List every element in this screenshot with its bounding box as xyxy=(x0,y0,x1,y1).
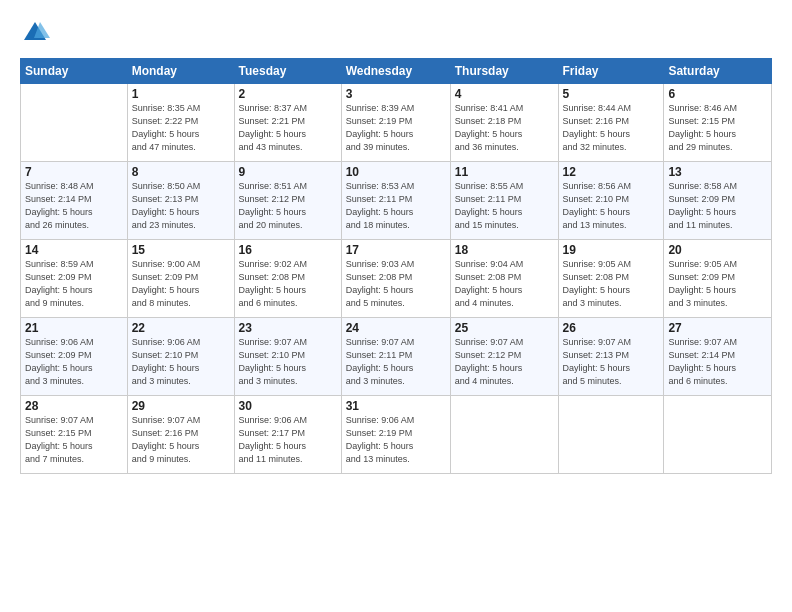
day-number: 17 xyxy=(346,243,446,257)
day-number: 25 xyxy=(455,321,554,335)
day-cell: 11Sunrise: 8:55 AM Sunset: 2:11 PM Dayli… xyxy=(450,162,558,240)
day-cell: 17Sunrise: 9:03 AM Sunset: 2:08 PM Dayli… xyxy=(341,240,450,318)
day-cell: 31Sunrise: 9:06 AM Sunset: 2:19 PM Dayli… xyxy=(341,396,450,474)
day-cell: 10Sunrise: 8:53 AM Sunset: 2:11 PM Dayli… xyxy=(341,162,450,240)
day-number: 8 xyxy=(132,165,230,179)
day-number: 31 xyxy=(346,399,446,413)
col-header-tuesday: Tuesday xyxy=(234,59,341,84)
day-number: 16 xyxy=(239,243,337,257)
calendar-header-row: SundayMondayTuesdayWednesdayThursdayFrid… xyxy=(21,59,772,84)
day-info: Sunrise: 8:46 AM Sunset: 2:15 PM Dayligh… xyxy=(668,102,767,154)
day-info: Sunrise: 8:55 AM Sunset: 2:11 PM Dayligh… xyxy=(455,180,554,232)
day-cell: 6Sunrise: 8:46 AM Sunset: 2:15 PM Daylig… xyxy=(664,84,772,162)
col-header-thursday: Thursday xyxy=(450,59,558,84)
day-info: Sunrise: 8:37 AM Sunset: 2:21 PM Dayligh… xyxy=(239,102,337,154)
day-number: 13 xyxy=(668,165,767,179)
day-number: 5 xyxy=(563,87,660,101)
day-number: 28 xyxy=(25,399,123,413)
day-info: Sunrise: 9:07 AM Sunset: 2:16 PM Dayligh… xyxy=(132,414,230,466)
day-number: 29 xyxy=(132,399,230,413)
day-cell: 18Sunrise: 9:04 AM Sunset: 2:08 PM Dayli… xyxy=(450,240,558,318)
day-cell xyxy=(664,396,772,474)
day-cell: 5Sunrise: 8:44 AM Sunset: 2:16 PM Daylig… xyxy=(558,84,664,162)
day-info: Sunrise: 8:56 AM Sunset: 2:10 PM Dayligh… xyxy=(563,180,660,232)
day-number: 3 xyxy=(346,87,446,101)
day-info: Sunrise: 8:53 AM Sunset: 2:11 PM Dayligh… xyxy=(346,180,446,232)
day-cell: 19Sunrise: 9:05 AM Sunset: 2:08 PM Dayli… xyxy=(558,240,664,318)
day-cell: 12Sunrise: 8:56 AM Sunset: 2:10 PM Dayli… xyxy=(558,162,664,240)
day-info: Sunrise: 9:07 AM Sunset: 2:15 PM Dayligh… xyxy=(25,414,123,466)
day-info: Sunrise: 9:05 AM Sunset: 2:09 PM Dayligh… xyxy=(668,258,767,310)
day-cell: 13Sunrise: 8:58 AM Sunset: 2:09 PM Dayli… xyxy=(664,162,772,240)
day-info: Sunrise: 9:02 AM Sunset: 2:08 PM Dayligh… xyxy=(239,258,337,310)
day-number: 4 xyxy=(455,87,554,101)
week-row-3: 14Sunrise: 8:59 AM Sunset: 2:09 PM Dayli… xyxy=(21,240,772,318)
day-info: Sunrise: 9:07 AM Sunset: 2:13 PM Dayligh… xyxy=(563,336,660,388)
day-cell: 25Sunrise: 9:07 AM Sunset: 2:12 PM Dayli… xyxy=(450,318,558,396)
day-cell: 30Sunrise: 9:06 AM Sunset: 2:17 PM Dayli… xyxy=(234,396,341,474)
day-cell: 21Sunrise: 9:06 AM Sunset: 2:09 PM Dayli… xyxy=(21,318,128,396)
day-cell: 22Sunrise: 9:06 AM Sunset: 2:10 PM Dayli… xyxy=(127,318,234,396)
day-number: 27 xyxy=(668,321,767,335)
logo-icon xyxy=(20,18,50,48)
day-cell: 29Sunrise: 9:07 AM Sunset: 2:16 PM Dayli… xyxy=(127,396,234,474)
day-cell: 15Sunrise: 9:00 AM Sunset: 2:09 PM Dayli… xyxy=(127,240,234,318)
day-number: 2 xyxy=(239,87,337,101)
day-info: Sunrise: 8:41 AM Sunset: 2:18 PM Dayligh… xyxy=(455,102,554,154)
day-cell: 16Sunrise: 9:02 AM Sunset: 2:08 PM Dayli… xyxy=(234,240,341,318)
day-info: Sunrise: 9:06 AM Sunset: 2:19 PM Dayligh… xyxy=(346,414,446,466)
day-cell: 9Sunrise: 8:51 AM Sunset: 2:12 PM Daylig… xyxy=(234,162,341,240)
day-cell: 2Sunrise: 8:37 AM Sunset: 2:21 PM Daylig… xyxy=(234,84,341,162)
day-info: Sunrise: 8:44 AM Sunset: 2:16 PM Dayligh… xyxy=(563,102,660,154)
day-info: Sunrise: 8:39 AM Sunset: 2:19 PM Dayligh… xyxy=(346,102,446,154)
calendar-table: SundayMondayTuesdayWednesdayThursdayFrid… xyxy=(20,58,772,474)
day-info: Sunrise: 9:07 AM Sunset: 2:12 PM Dayligh… xyxy=(455,336,554,388)
day-cell: 7Sunrise: 8:48 AM Sunset: 2:14 PM Daylig… xyxy=(21,162,128,240)
col-header-saturday: Saturday xyxy=(664,59,772,84)
day-cell: 28Sunrise: 9:07 AM Sunset: 2:15 PM Dayli… xyxy=(21,396,128,474)
day-cell: 3Sunrise: 8:39 AM Sunset: 2:19 PM Daylig… xyxy=(341,84,450,162)
day-cell xyxy=(450,396,558,474)
col-header-wednesday: Wednesday xyxy=(341,59,450,84)
day-info: Sunrise: 9:05 AM Sunset: 2:08 PM Dayligh… xyxy=(563,258,660,310)
day-cell: 24Sunrise: 9:07 AM Sunset: 2:11 PM Dayli… xyxy=(341,318,450,396)
day-cell: 1Sunrise: 8:35 AM Sunset: 2:22 PM Daylig… xyxy=(127,84,234,162)
day-info: Sunrise: 9:03 AM Sunset: 2:08 PM Dayligh… xyxy=(346,258,446,310)
day-info: Sunrise: 8:35 AM Sunset: 2:22 PM Dayligh… xyxy=(132,102,230,154)
day-number: 26 xyxy=(563,321,660,335)
day-cell xyxy=(21,84,128,162)
day-number: 1 xyxy=(132,87,230,101)
col-header-sunday: Sunday xyxy=(21,59,128,84)
day-info: Sunrise: 9:07 AM Sunset: 2:14 PM Dayligh… xyxy=(668,336,767,388)
day-cell: 20Sunrise: 9:05 AM Sunset: 2:09 PM Dayli… xyxy=(664,240,772,318)
day-number: 11 xyxy=(455,165,554,179)
col-header-monday: Monday xyxy=(127,59,234,84)
day-number: 6 xyxy=(668,87,767,101)
week-row-4: 21Sunrise: 9:06 AM Sunset: 2:09 PM Dayli… xyxy=(21,318,772,396)
day-number: 12 xyxy=(563,165,660,179)
day-number: 24 xyxy=(346,321,446,335)
day-number: 7 xyxy=(25,165,123,179)
day-cell: 23Sunrise: 9:07 AM Sunset: 2:10 PM Dayli… xyxy=(234,318,341,396)
day-info: Sunrise: 9:06 AM Sunset: 2:10 PM Dayligh… xyxy=(132,336,230,388)
day-number: 20 xyxy=(668,243,767,257)
week-row-1: 1Sunrise: 8:35 AM Sunset: 2:22 PM Daylig… xyxy=(21,84,772,162)
day-number: 10 xyxy=(346,165,446,179)
day-cell: 26Sunrise: 9:07 AM Sunset: 2:13 PM Dayli… xyxy=(558,318,664,396)
day-info: Sunrise: 9:07 AM Sunset: 2:11 PM Dayligh… xyxy=(346,336,446,388)
day-cell: 14Sunrise: 8:59 AM Sunset: 2:09 PM Dayli… xyxy=(21,240,128,318)
day-info: Sunrise: 9:07 AM Sunset: 2:10 PM Dayligh… xyxy=(239,336,337,388)
day-number: 9 xyxy=(239,165,337,179)
day-number: 21 xyxy=(25,321,123,335)
day-info: Sunrise: 9:04 AM Sunset: 2:08 PM Dayligh… xyxy=(455,258,554,310)
day-number: 19 xyxy=(563,243,660,257)
day-cell: 8Sunrise: 8:50 AM Sunset: 2:13 PM Daylig… xyxy=(127,162,234,240)
week-row-2: 7Sunrise: 8:48 AM Sunset: 2:14 PM Daylig… xyxy=(21,162,772,240)
day-info: Sunrise: 9:00 AM Sunset: 2:09 PM Dayligh… xyxy=(132,258,230,310)
day-number: 22 xyxy=(132,321,230,335)
day-number: 23 xyxy=(239,321,337,335)
day-cell: 27Sunrise: 9:07 AM Sunset: 2:14 PM Dayli… xyxy=(664,318,772,396)
col-header-friday: Friday xyxy=(558,59,664,84)
day-info: Sunrise: 9:06 AM Sunset: 2:17 PM Dayligh… xyxy=(239,414,337,466)
day-number: 15 xyxy=(132,243,230,257)
